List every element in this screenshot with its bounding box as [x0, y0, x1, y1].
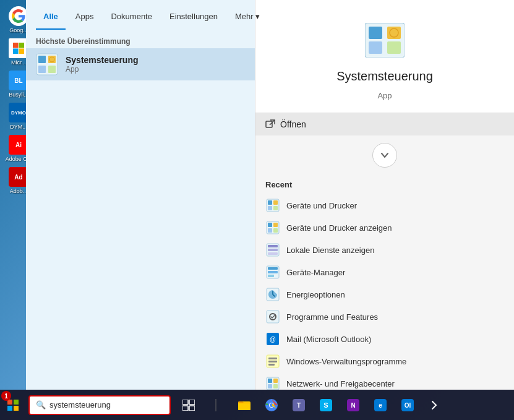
taskbar-chrome[interactable] [259, 390, 285, 420]
taskbar-explorer[interactable] [231, 390, 257, 420]
svg-rect-62 [238, 403, 251, 410]
svg-rect-8 [38, 56, 46, 63]
svg-rect-29 [273, 228, 278, 233]
svg-rect-51 [273, 384, 278, 388]
svg-rect-14 [369, 27, 382, 39]
app-detail-subtitle: App [377, 91, 392, 100]
svg-rect-59 [189, 406, 195, 411]
open-button[interactable]: Öffnen [255, 113, 514, 135]
svg-point-10 [49, 57, 54, 62]
svg-rect-23 [268, 206, 272, 210]
svg-rect-35 [268, 267, 278, 270]
taskbar-search-bar[interactable]: 🔍 systemsteuerung [28, 395, 171, 415]
taskbar-more[interactable] [422, 390, 448, 420]
svg-rect-57 [189, 400, 195, 405]
recent-label-0: Geräte und Drucker [286, 201, 357, 210]
tab-apps[interactable]: Apps [68, 3, 101, 30]
outlook-icon: Ol [400, 398, 415, 413]
svg-text:Ol: Ol [405, 402, 411, 409]
svg-rect-36 [268, 271, 278, 273]
taskbar-outlook[interactable]: Ol [395, 390, 421, 420]
search-panel: Alle Apps Dokumente Einstellungen Mehr ▾ [26, 0, 514, 390]
search-left-panel: Alle Apps Dokumente Einstellungen Mehr ▾ [26, 0, 255, 390]
recent-icon-6: @ [265, 332, 280, 346]
windows-icon [7, 400, 19, 411]
divider-icon [203, 390, 229, 420]
svg-rect-32 [268, 249, 278, 251]
recent-label-1: Geräte und Drucker anzeigen [286, 223, 392, 233]
recent-item-3[interactable]: Geräte-Manager [255, 261, 514, 283]
chevron-right-icon [430, 400, 440, 410]
svg-rect-21 [268, 200, 272, 205]
svg-rect-46 [268, 364, 275, 366]
svg-rect-49 [273, 379, 278, 383]
svg-rect-22 [273, 200, 278, 205]
recent-label-7: Windows-Verwaltungsprogramme [286, 357, 406, 366]
search-right-panel: Systemsteuerung App Öffnen Recent [255, 0, 514, 390]
recent-icon-8 [265, 376, 280, 390]
svg-rect-33 [268, 252, 278, 255]
tab-dokumente[interactable]: Dokumente [103, 3, 159, 30]
taskbar-search-icon: 🔍 [36, 400, 46, 409]
recent-label-2: Lokale Dienste anzeigen [286, 246, 374, 255]
svg-rect-60 [216, 399, 216, 411]
teams-icon: T [291, 398, 306, 413]
taskbar-onenote[interactable]: N [340, 390, 366, 420]
svg-rect-56 [182, 400, 188, 405]
app-detail-icon [363, 19, 406, 62]
svg-rect-1 [19, 43, 24, 48]
taskbar-skype[interactable]: S [313, 390, 339, 420]
recent-item-8[interactable]: Netzwerk- und Freigabecenter [255, 372, 514, 390]
recent-item-7[interactable]: Windows-Verwaltungsprogramme [255, 350, 514, 372]
expand-button[interactable] [372, 143, 397, 168]
recent-label-5: Programme und Features [286, 312, 378, 322]
recent-icon-5 [265, 309, 280, 324]
edge-icon: e [373, 398, 388, 413]
svg-rect-28 [268, 228, 272, 233]
start-button[interactable]: 1 [0, 390, 26, 420]
result-item-systemsteuerung[interactable]: Systemsteuerung App [26, 48, 255, 80]
search-tabs: Alle Apps Dokumente Einstellungen Mehr ▾ [26, 0, 255, 32]
recent-icon-2 [265, 242, 280, 257]
tab-alle[interactable]: Alle [36, 3, 66, 30]
recent-item-2[interactable]: Lokale Dienste anzeigen [255, 239, 514, 261]
separator-icon [215, 398, 217, 413]
taskbar-teams[interactable]: T [286, 390, 312, 420]
onenote-icon: N [346, 398, 361, 413]
svg-text:S: S [323, 401, 328, 409]
svg-rect-54 [7, 406, 12, 411]
skype-icon: S [319, 398, 333, 413]
taskbar-edge[interactable]: e [367, 390, 393, 420]
recent-item-5[interactable]: Programme und Features [255, 306, 514, 328]
taskbar-search-text: systemsteuerung [49, 400, 111, 409]
recent-label-8: Netzwerk- und Freigabecenter [286, 379, 395, 388]
app-detail-title: Systemsteuerung [336, 69, 433, 84]
recent-item-1[interactable]: Geräte und Drucker anzeigen [255, 216, 514, 239]
recent-icon-7 [265, 354, 280, 369]
result-title: Systemsteuerung [66, 55, 138, 65]
svg-rect-2 [13, 48, 19, 54]
svg-text:e: e [379, 402, 382, 409]
tab-mehr[interactable]: Mehr ▾ [228, 3, 267, 30]
taskbar: 1 🔍 systemsteuerung [0, 390, 514, 420]
recent-item-6[interactable]: @ Mail (Microsoft Outlook) [255, 328, 514, 350]
svg-rect-18 [387, 41, 401, 54]
tab-einstellungen[interactable]: Einstellungen [162, 3, 225, 30]
chrome-icon [264, 398, 279, 413]
recent-label-3: Geräte-Manager [286, 268, 345, 277]
svg-rect-31 [268, 245, 278, 247]
explorer-icon [237, 398, 252, 413]
svg-rect-45 [268, 361, 277, 362]
svg-text:T: T [297, 401, 301, 409]
result-item-icon [36, 53, 58, 75]
svg-rect-27 [273, 223, 278, 227]
start-badge: 1 [1, 391, 11, 401]
task-view-icon [182, 400, 195, 411]
task-view-button[interactable] [176, 390, 202, 420]
svg-rect-37 [268, 275, 274, 277]
recent-item-4[interactable]: Energieoptionen [255, 283, 514, 306]
svg-rect-24 [273, 206, 278, 210]
recent-label-6: Mail (Microsoft Outlook) [286, 335, 371, 344]
recent-item-0[interactable]: Geräte und Drucker [255, 194, 514, 216]
chevron-down-icon [380, 151, 389, 160]
